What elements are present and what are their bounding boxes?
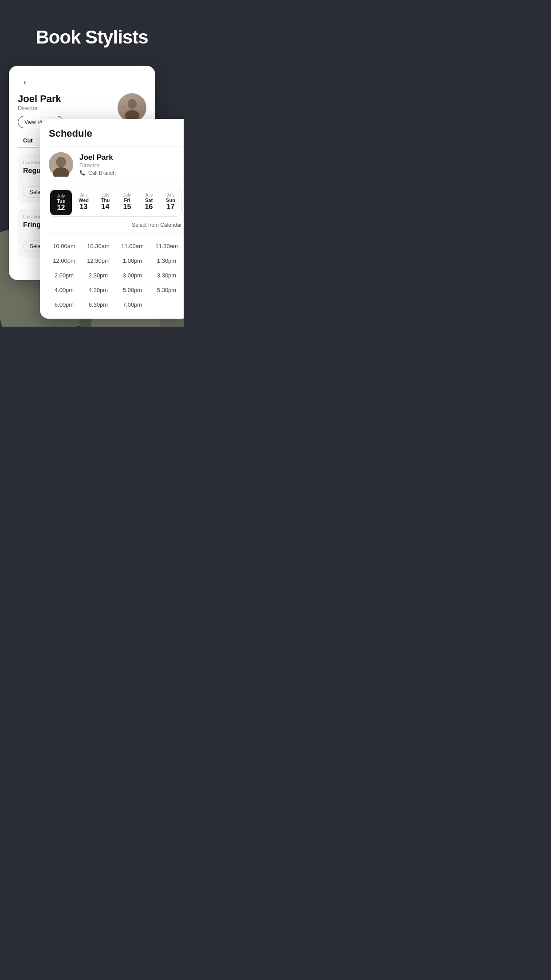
time-slot[interactable]: 11.00am xyxy=(117,241,148,251)
phone-icon: 📞 xyxy=(79,170,86,176)
date-item-16[interactable]: July Sat 16 xyxy=(138,189,160,216)
calendar-link[interactable]: Select from Calendar xyxy=(49,222,182,234)
time-slot[interactable]: 1.30pm xyxy=(151,256,182,266)
date-num: 17 xyxy=(161,203,180,211)
time-slot[interactable]: 2.00pm xyxy=(49,270,79,281)
cards-container: ‹ Joel Park Director View Portfolio Cut … xyxy=(0,66,184,323)
time-slot[interactable]: 7.00pm xyxy=(117,300,148,310)
date-num: 16 xyxy=(140,203,158,211)
time-slot[interactable]: 4.30pm xyxy=(83,285,114,295)
svg-point-0 xyxy=(128,99,137,109)
schedule-stylist-info: Joel Park Director 📞 Call Branch xyxy=(79,153,116,176)
date-num: 15 xyxy=(118,203,136,211)
date-selector: July Tue 12 July Wed 13 July Thu 14 July… xyxy=(49,189,182,217)
time-slot[interactable]: 6.30pm xyxy=(83,300,114,310)
date-num: 12 xyxy=(52,204,70,212)
time-slot[interactable]: 3.00pm xyxy=(117,270,148,281)
tab-cut[interactable]: Cut xyxy=(18,134,38,147)
date-month: July xyxy=(161,193,180,198)
date-month: July xyxy=(52,194,70,198)
date-month: July xyxy=(75,193,93,198)
date-day: Sun xyxy=(161,198,180,203)
stylist-name: Joel Park xyxy=(18,93,63,105)
time-slots: 10.00am 10.30am 11.00am 11.30am 12.00pm … xyxy=(49,241,182,310)
date-month: July xyxy=(140,193,158,198)
call-branch-label: Call Branch xyxy=(88,170,116,176)
date-item-12[interactable]: July Tue 12 xyxy=(50,190,72,215)
schedule-stylist-role: Director xyxy=(79,162,116,169)
svg-point-1 xyxy=(125,110,139,119)
time-slot[interactable]: 12.30pm xyxy=(83,256,114,266)
date-day: Sat xyxy=(140,198,158,203)
svg-point-3 xyxy=(56,157,66,167)
back-button[interactable]: ‹ xyxy=(18,75,32,89)
date-item-14[interactable]: July Thu 14 xyxy=(94,189,116,216)
schedule-stylist-name: Joel Park xyxy=(79,153,116,162)
date-month: July xyxy=(118,193,136,198)
date-item-13[interactable]: July Wed 13 xyxy=(73,189,94,216)
page-title: Book Stylists xyxy=(9,27,175,48)
date-day: Wed xyxy=(75,198,93,203)
time-slot[interactable]: 2.30pm xyxy=(83,270,114,281)
time-slot[interactable]: 1.00pm xyxy=(117,256,148,266)
date-month: July xyxy=(96,193,114,198)
date-item-17[interactable]: July Sun 17 xyxy=(160,189,181,216)
page-header: Book Stylists xyxy=(0,0,184,66)
schedule-stylist: Joel Park Director 📞 Call Branch xyxy=(49,146,182,182)
date-item-15[interactable]: July Fri 15 xyxy=(116,189,138,216)
time-slot[interactable]: 10.00am xyxy=(49,241,79,251)
time-slot[interactable]: 10.30am xyxy=(83,241,114,251)
time-slot[interactable]: 3.30pm xyxy=(151,270,182,281)
avatar-image xyxy=(118,93,146,122)
schedule-avatar xyxy=(49,152,73,177)
date-day: Tue xyxy=(52,198,70,204)
date-day: Fri xyxy=(118,198,136,203)
time-slot-empty xyxy=(151,300,182,310)
schedule-card: Schedule Joel Park Director 📞 Call Branc… xyxy=(40,119,184,319)
time-slot[interactable]: 11.30am xyxy=(151,241,182,251)
date-num: 13 xyxy=(75,203,93,211)
date-day: Thu xyxy=(96,198,114,203)
time-slot[interactable]: 6.00pm xyxy=(49,300,79,310)
call-branch[interactable]: 📞 Call Branch xyxy=(79,170,116,176)
time-slot[interactable]: 5.30pm xyxy=(151,285,182,295)
date-num: 14 xyxy=(96,203,114,211)
stylist-avatar xyxy=(118,93,146,122)
schedule-title: Schedule xyxy=(49,128,182,139)
time-slot[interactable]: 12.00pm xyxy=(49,256,79,266)
time-slot[interactable]: 4.00pm xyxy=(49,285,79,295)
stylist-role: Director xyxy=(18,105,63,111)
time-slot[interactable]: 5.00pm xyxy=(117,285,148,295)
